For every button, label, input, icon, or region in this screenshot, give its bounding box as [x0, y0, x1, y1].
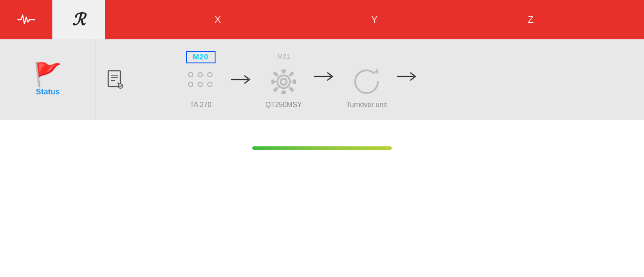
svg-point-26 — [355, 70, 378, 93]
document-button[interactable] — [100, 39, 131, 120]
nav-y[interactable]: Y — [371, 14, 378, 25]
ta270-step[interactable]: M20 TA 270 — [175, 50, 227, 109]
qt250msy-label: QT250MSY — [265, 101, 302, 109]
dot — [207, 72, 212, 77]
gear-icon — [268, 66, 299, 97]
svg-rect-18 — [271, 80, 274, 84]
progress-bar-container — [252, 146, 392, 150]
dot — [188, 72, 193, 77]
pulse-tab[interactable] — [0, 0, 52, 39]
nav-z[interactable]: Z — [528, 14, 534, 25]
ta270-dots — [188, 64, 213, 99]
svg-rect-16 — [281, 69, 286, 73]
middle-section: 🚩 Status M20 — [0, 39, 644, 120]
svg-rect-17 — [281, 91, 286, 94]
dot — [188, 82, 193, 87]
pipeline-flow: M20 TA 270 — [131, 39, 644, 120]
dot — [207, 82, 212, 87]
gear-icon-area — [268, 64, 299, 99]
svg-point-7 — [281, 79, 286, 84]
arrow-icon-1 — [231, 73, 253, 86]
qt250msy-step[interactable]: M21 — [257, 50, 310, 109]
m21-label: M21 — [277, 51, 290, 61]
turnover-icon-area — [352, 64, 381, 99]
arrow-icon-3 — [397, 70, 419, 89]
turnover-step[interactable]: Turnover unit — [340, 50, 393, 109]
logo-tab[interactable]: ℛ — [52, 0, 105, 39]
arc-svg — [469, 190, 644, 277]
sidebar: 🚩 Status — [0, 39, 96, 120]
dot — [198, 72, 203, 77]
svg-rect-19 — [293, 80, 296, 84]
arc-decoration — [469, 190, 644, 277]
progress-bar — [252, 146, 392, 150]
status-label[interactable]: Status — [36, 87, 60, 97]
turnover-label: Turnover unit — [346, 101, 387, 109]
turnover-icon — [352, 67, 381, 96]
ta270-label: TA 270 — [190, 101, 212, 109]
svg-point-6 — [277, 76, 290, 88]
document-icon — [107, 70, 124, 89]
top-nav: X Y Z — [105, 14, 644, 25]
flag-icon: 🚩 — [34, 63, 62, 86]
dot — [198, 82, 203, 87]
nav-x[interactable]: X — [215, 14, 222, 25]
arrow-icon-2 — [314, 70, 336, 89]
r-logo-icon: ℛ — [72, 10, 85, 29]
top-bar: ℛ X Y Z — [0, 0, 644, 39]
m20-badge[interactable]: M20 — [186, 51, 216, 63]
pulse-icon — [17, 13, 35, 26]
main-content — [0, 120, 644, 277]
